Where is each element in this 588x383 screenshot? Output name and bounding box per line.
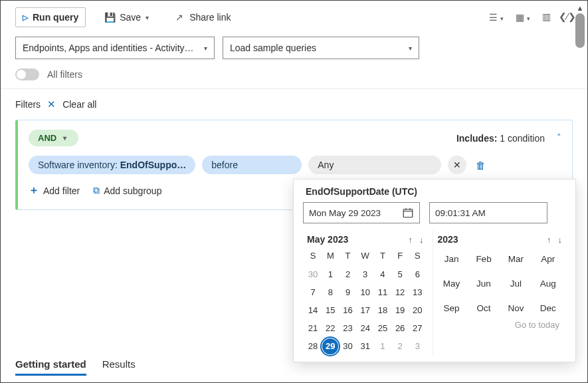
- dow-cell: S: [304, 249, 322, 263]
- calendar-day[interactable]: 2: [391, 337, 409, 355]
- calendar-day[interactable]: 20: [409, 301, 426, 319]
- close-icon[interactable]: ✕: [47, 98, 56, 110]
- scroll-thumb[interactable]: [575, 13, 585, 48]
- add-subgroup-button[interactable]: ⧉ Add subgroup: [93, 184, 161, 197]
- calendar-day[interactable]: 30: [339, 337, 356, 355]
- next-month-button[interactable]: ↓: [419, 235, 424, 245]
- delete-condition-button[interactable]: 🗑: [476, 160, 486, 171]
- month-cell[interactable]: Jul: [503, 279, 528, 289]
- date-input[interactable]: Mon May 29 2023: [303, 202, 420, 223]
- calendar-day[interactable]: 7: [304, 283, 322, 301]
- calendar-icon: [402, 207, 414, 219]
- run-query-label: Run query: [33, 12, 78, 23]
- calendar-day[interactable]: 3: [409, 337, 426, 355]
- month-cell[interactable]: Feb: [471, 254, 496, 264]
- time-input[interactable]: 09:01:31 AM: [429, 202, 547, 223]
- condition-value-chip[interactable]: Any: [308, 156, 441, 174]
- chevron-down-icon: ▾: [499, 15, 504, 22]
- scope-select[interactable]: Endpoints, Apps and identities - Activit…: [15, 37, 215, 59]
- save-icon: 💾: [104, 12, 115, 23]
- clear-all-button[interactable]: Clear all: [62, 99, 96, 110]
- subgroup-icon: ⧉: [93, 185, 100, 196]
- calendar-day[interactable]: 8: [322, 283, 339, 301]
- play-icon: ▷: [23, 13, 28, 22]
- save-label: Save: [120, 12, 141, 23]
- calendar-month-label[interactable]: May 2023: [307, 234, 348, 245]
- condition-operator-chip[interactable]: before: [202, 156, 302, 174]
- collapse-group-button[interactable]: ˄: [557, 132, 561, 142]
- calendar-day[interactable]: 27: [409, 319, 426, 337]
- clear-value-button[interactable]: ✕: [448, 156, 466, 174]
- calendar-day[interactable]: 13: [409, 283, 426, 301]
- month-cell[interactable]: Apr: [536, 254, 561, 264]
- calendar-day[interactable]: 15: [322, 301, 339, 319]
- calendar-day[interactable]: 24: [357, 319, 374, 337]
- tab-results[interactable]: Results: [102, 358, 136, 376]
- includes-prefix: Includes:: [456, 133, 497, 144]
- date-picker-title: EndOfSupportDate (UTC): [306, 186, 566, 197]
- all-filters-toggle[interactable]: [15, 68, 39, 80]
- calendar-day[interactable]: 23: [339, 319, 356, 337]
- add-filter-button[interactable]: ＋ Add filter: [29, 184, 80, 197]
- calendar-day[interactable]: 1: [322, 265, 339, 283]
- condition-field-label: Software inventory: EndOfSuppo…: [38, 160, 186, 170]
- time-input-value: 09:01:31 AM: [435, 208, 486, 218]
- calendar-day[interactable]: 16: [339, 301, 356, 319]
- go-to-today-button[interactable]: Go to today: [435, 316, 565, 330]
- month-cell[interactable]: Dec: [536, 303, 561, 313]
- calendar-day[interactable]: 31: [357, 337, 374, 355]
- calendar-day[interactable]: 17: [357, 301, 374, 319]
- month-cell[interactable]: Jan: [439, 254, 464, 264]
- view-list-button[interactable]: ☰ ▾: [488, 11, 504, 23]
- code-icon[interactable]: ❮∕❯: [562, 11, 573, 22]
- calendar-day[interactable]: 1: [374, 337, 391, 355]
- chevron-down-icon: ▾: [63, 134, 66, 142]
- month-cell[interactable]: Mar: [503, 254, 528, 264]
- month-cell[interactable]: Jun: [471, 279, 496, 289]
- calendar-day[interactable]: 25: [374, 319, 391, 337]
- run-query-button[interactable]: ▷ Run query: [15, 7, 86, 27]
- month-cell[interactable]: Oct: [471, 303, 496, 313]
- save-button[interactable]: 💾 Save ▾: [98, 8, 155, 27]
- calendar-day[interactable]: 4: [374, 265, 391, 283]
- month-cell[interactable]: Aug: [536, 279, 561, 289]
- scroll-up-arrow[interactable]: ▲: [577, 5, 584, 12]
- calendar-day[interactable]: 22: [322, 319, 339, 337]
- includes-count: 1 condition: [500, 133, 545, 144]
- calendar-day[interactable]: 18: [374, 301, 391, 319]
- group-operator-select[interactable]: AND ▾: [29, 130, 78, 146]
- group-summary: Includes: 1 condition: [456, 133, 545, 144]
- calendar-day[interactable]: 3: [357, 265, 374, 283]
- date-picker-popover: EndOfSupportDate (UTC) Mon May 29 2023 0…: [293, 179, 576, 362]
- calendar-day[interactable]: 6: [409, 265, 426, 283]
- calendar-day[interactable]: 11: [374, 283, 391, 301]
- all-filters-label: All filters: [47, 69, 82, 80]
- calendar-day[interactable]: 21: [304, 319, 322, 337]
- prev-year-button[interactable]: ↑: [547, 235, 551, 245]
- table-view-icon[interactable]: ▥: [541, 11, 551, 22]
- month-cell[interactable]: May: [439, 279, 464, 289]
- calendar-day[interactable]: 19: [391, 301, 409, 319]
- calendar-day[interactable]: 26: [391, 319, 409, 337]
- date-range-button[interactable]: ▦ ▾: [514, 11, 530, 23]
- calendar-day[interactable]: 5: [391, 265, 409, 283]
- month-cell[interactable]: Sep: [439, 303, 464, 313]
- tab-getting-started[interactable]: Getting started: [15, 358, 86, 376]
- calendar-day[interactable]: 10: [357, 283, 374, 301]
- calendar-day[interactable]: 29: [322, 338, 338, 354]
- month-cell[interactable]: Nov: [503, 303, 528, 313]
- condition-field-chip[interactable]: Software inventory: EndOfSuppo…: [29, 156, 195, 174]
- calendar-day[interactable]: 30: [304, 265, 322, 283]
- calendar-day[interactable]: 12: [391, 283, 409, 301]
- calendar-day[interactable]: 28: [304, 337, 322, 355]
- year-label[interactable]: 2023: [437, 234, 458, 245]
- share-label: Share link: [189, 12, 231, 23]
- share-link-button[interactable]: ↗ Share link: [167, 8, 237, 27]
- scope-select-value: Endpoints, Apps and identities - Activit…: [23, 43, 194, 53]
- calendar-day[interactable]: 9: [339, 283, 356, 301]
- calendar-day[interactable]: 14: [304, 301, 322, 319]
- sample-queries-select[interactable]: Load sample queries ▾: [223, 37, 419, 59]
- prev-month-button[interactable]: ↑: [408, 235, 413, 245]
- calendar-day[interactable]: 2: [339, 265, 356, 283]
- next-year-button[interactable]: ↓: [558, 235, 563, 245]
